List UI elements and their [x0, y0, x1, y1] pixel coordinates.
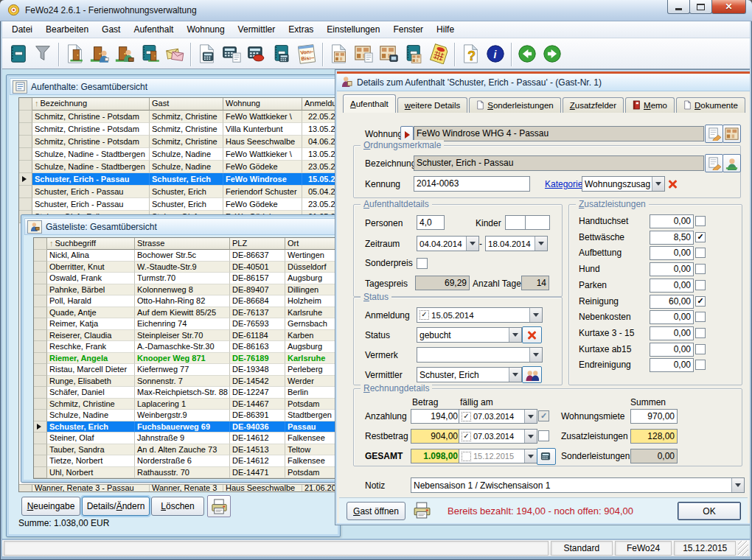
vermittler-combo[interactable]: Schuster, Erich — [417, 367, 522, 382]
print-details-button[interactable] — [411, 500, 433, 520]
restore-button[interactable] — [689, 0, 712, 14]
toolbar-filter-button[interactable] — [30, 41, 55, 68]
table-row[interactable]: Schulze, NadineWeinbergstr.9DE-86391Stad… — [34, 410, 338, 421]
table-row[interactable]: Nickl, AlinaBochower Str.5cDE-86637Werti… — [34, 250, 338, 262]
tab-zusatzfelder[interactable]: Zusatzfelder — [563, 97, 624, 113]
anmeldung-checkbox[interactable]: ✓ — [419, 310, 429, 320]
zusatz-value-0[interactable]: 0,00 — [650, 214, 694, 228]
zusatz-checkbox-3[interactable] — [695, 264, 706, 274]
rechnung-betrag-0[interactable]: 194,00 — [411, 409, 461, 424]
menu-item-vermittler[interactable]: Vermittler — [231, 22, 282, 37]
table-row[interactable]: Schulze, Nadine - StadtbergenSchulze, Na… — [19, 148, 336, 161]
table-row[interactable]: Oberritter, KnutW.-Staudte-Str.9DE-40501… — [34, 262, 338, 273]
wohnung-open-button[interactable] — [723, 125, 741, 143]
toolbar-occupancy-plan-button[interactable] — [426, 41, 451, 68]
toolbar-date-range-button[interactable]: Von:Bis: — [294, 41, 319, 68]
toolbar-nav-forward-button[interactable] — [540, 41, 565, 68]
table-row[interactable]: Tauber, SandraAn d. Alten Zauche 73DE-14… — [34, 444, 338, 456]
wohnung-edit-button[interactable] — [705, 125, 723, 143]
kinder-field-2[interactable] — [525, 215, 550, 230]
table-row[interactable]: Schuster, Erich - PassauSchuster, ErichF… — [19, 173, 336, 186]
vermittler-select-button[interactable] — [522, 366, 542, 383]
table-row[interactable]: Tietze, NorbertNorderstraße 6DE-14612Fal… — [34, 455, 338, 467]
table-row[interactable]: Runge, ElisabethSonnenstr. 7DE-14542Werd… — [34, 376, 338, 388]
neueingabe-button[interactable]: Neueingabe — [21, 497, 80, 516]
table-row[interactable]: Reimer, KatjaEichenring 74DE-76593Gernsb… — [34, 318, 338, 330]
status-clear-button[interactable] — [522, 326, 542, 343]
table-row[interactable]: Ristau, Marcell DieterKiefernweg 77DE-19… — [34, 364, 338, 376]
kennung-field[interactable]: 2014-0063 — [414, 176, 530, 192]
toolbar-guest-checkout-button[interactable] — [112, 41, 137, 68]
zusatz-checkbox-2[interactable] — [695, 248, 706, 258]
toolbar-apartment-edit-button[interactable] — [351, 41, 376, 68]
dropdown-arrow-icon[interactable] — [535, 237, 547, 251]
bezeichnung-edit-button[interactable] — [705, 154, 723, 172]
zusatz-value-8[interactable]: 0,00 — [650, 343, 694, 357]
dropdown-arrow-icon[interactable] — [466, 237, 478, 251]
print-list-button[interactable] — [207, 495, 231, 517]
date-checkbox[interactable]: ✓ — [462, 432, 471, 441]
menu-item-einstellungen[interactable]: Einstellungen — [320, 22, 386, 37]
table-row[interactable]: Schuster, Erich - PassauSchuster, ErichF… — [19, 186, 336, 198]
dropdown-arrow-icon[interactable] — [652, 177, 664, 191]
column-header-anmeldung[interactable]: Anmeldung — [302, 98, 337, 111]
tab-memo[interactable]: Memo — [625, 97, 675, 113]
toolbar-guest-stay-book-button[interactable] — [137, 41, 162, 68]
recalculate-button[interactable] — [537, 448, 556, 465]
table-row[interactable]: Poll, HaraldOtto-Hahn-Ring 82DE-86684Hol… — [34, 295, 338, 307]
menu-item-datei[interactable]: Datei — [5, 22, 39, 37]
table-row[interactable]: Schmitz, ChristineLaplacering 1DE-14467P… — [34, 399, 338, 410]
dialog-titlebar[interactable]: Details zum Aufenthalt 'Schuster, Erich … — [337, 74, 750, 91]
close-button[interactable]: ✕ — [711, 0, 746, 14]
zusatz-value-7[interactable]: 0,00 — [650, 326, 694, 340]
toolbar-correspondence-button[interactable] — [162, 41, 187, 68]
toolbar-guest-stay-new-button[interactable] — [62, 41, 87, 68]
toolbar-apartment-new-button[interactable] — [326, 41, 351, 68]
tab-weitere-details[interactable]: weitere Details — [397, 97, 467, 113]
table-row[interactable]: Quade, AntjeAuf dem Kiewitt 85/25DE-7613… — [34, 307, 338, 319]
table-row[interactable]: Uhl, NorbertRathausstr. 70DE-14471Potsda… — [34, 467, 338, 479]
rechnung-date-combo-1[interactable]: ✓07.03.2014 — [459, 429, 537, 444]
menu-item-gast[interactable]: Gast — [95, 22, 127, 37]
toolbar-nav-back-button[interactable] — [515, 41, 540, 68]
table-row[interactable]: Schuster, Erich - PassauSchuster, ErichF… — [19, 198, 336, 211]
loeschen-button[interactable]: Löschen — [151, 497, 204, 516]
rechnung-date-combo-0[interactable]: ✓07.03.2014 — [459, 409, 537, 424]
rechnung-side-checkbox-1[interactable] — [538, 430, 549, 441]
zusatz-value-9[interactable]: 0,00 — [650, 358, 694, 372]
wohnung-field[interactable]: FeWo Windrose WHG 4 - Passau — [414, 126, 704, 141]
zusatz-value-3[interactable]: 0,00 — [650, 262, 694, 276]
resize-grip[interactable] — [738, 541, 748, 556]
sonderpreis-checkbox[interactable] — [417, 258, 428, 269]
zusatz-checkbox-5[interactable] — [695, 296, 706, 307]
column-header-ort[interactable]: Ort — [285, 238, 339, 250]
table-row[interactable]: Schuster, ErichFuchsbauerweg 69DE-94036P… — [34, 421, 338, 433]
dropdown-arrow-icon[interactable] — [509, 368, 521, 382]
menu-item-fenster[interactable]: Fenster — [386, 22, 430, 37]
menu-item-wohnung[interactable]: Wohnung — [180, 22, 231, 37]
table-row[interactable]: Reschke, FrankA.-Damaschke-Str.30DE-8616… — [34, 341, 338, 353]
table-row[interactable]: Schmitz, Christine - PotsdamSchmitz, Chr… — [19, 136, 336, 148]
zusatz-checkbox-6[interactable] — [695, 312, 706, 322]
dropdown-arrow-icon[interactable] — [524, 449, 537, 463]
rechnung-betrag-2[interactable]: 1.098,00 — [411, 449, 461, 463]
table-row[interactable]: Schmitz, Christine - PotsdamSchmitz, Chr… — [19, 111, 336, 123]
zusatz-checkbox-7[interactable] — [695, 328, 706, 338]
toolbar-apartment-book-button[interactable] — [401, 41, 426, 68]
toolbar-apartment-inventory-button[interactable] — [376, 41, 401, 68]
dropdown-arrow-icon[interactable] — [509, 328, 521, 342]
toolbar-invoice-edit-button[interactable] — [219, 41, 244, 68]
kategorie-clear-button[interactable] — [664, 178, 680, 191]
dropdown-arrow-icon[interactable] — [731, 478, 744, 492]
column-header-bezeichnung[interactable]: ↑Bezeichnung — [32, 98, 150, 111]
minimize-button[interactable] — [667, 0, 690, 14]
zusatz-value-5[interactable]: 60,00 — [650, 295, 694, 309]
zusatz-value-4[interactable]: 0,00 — [650, 279, 694, 293]
zeitraum-bis-combo[interactable]: 18.04.2014 — [485, 236, 548, 251]
zusatz-checkbox-9[interactable] — [695, 360, 706, 370]
rechnung-betrag-1[interactable]: 904,00 — [411, 429, 461, 444]
kategorie-link[interactable]: Kategorie — [545, 179, 582, 189]
toolbar-guest-checkin-button[interactable] — [87, 41, 112, 68]
gaesteliste-titlebar[interactable]: Gästeliste: Gesamtübersicht — [24, 218, 337, 235]
toolbar-address-book-button[interactable] — [5, 41, 30, 68]
